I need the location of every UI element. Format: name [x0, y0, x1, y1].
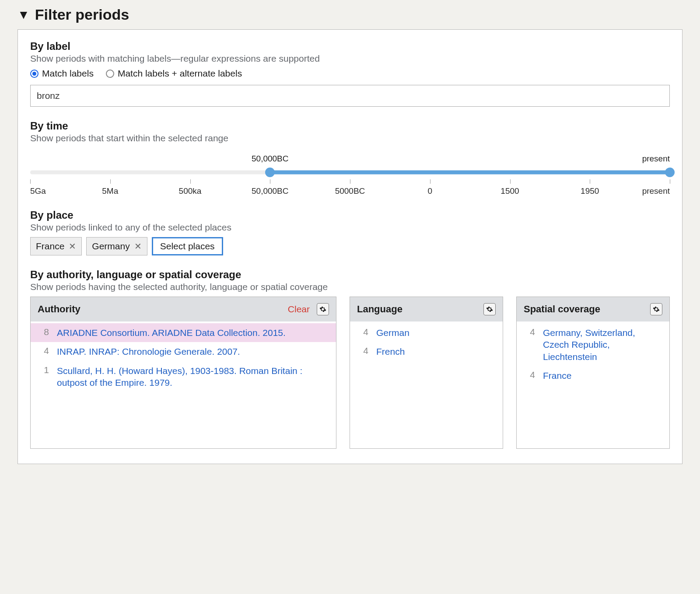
slider-start-label: 50,000BC [252, 154, 289, 164]
slider-track-active [270, 171, 670, 175]
facet-row-label: Germany, Switzerland, Czech Republic, Li… [543, 327, 662, 363]
facet-authority: Authority Clear 8ARIADNE Consortium. ARI… [30, 297, 336, 449]
radio-match-labels[interactable]: Match labels [30, 68, 94, 79]
section-by-facet: By authority, language or spatial covera… [30, 269, 670, 449]
facet-row-label: INRAP. INRAP: Chronologie Generale. 2007… [57, 346, 328, 357]
slider-tick [190, 179, 191, 184]
facet-spatial: Spatial coverage 4Germany, Switzerland, … [516, 297, 670, 449]
facet-row-count: 1 [38, 365, 49, 375]
facet-language-title: Language [357, 304, 479, 315]
by-place-desc: Show periods linked to any of the select… [30, 222, 670, 233]
select-places-button[interactable]: Select places [152, 237, 223, 255]
slider-handle-start[interactable] [265, 168, 275, 177]
label-search-input[interactable] [30, 85, 670, 107]
time-range-slider[interactable]: 50,000BC present 5Ga5Ma500ka50,000BC5000… [30, 154, 670, 196]
page-title: Filter periods [35, 6, 129, 23]
filter-panel: By label Show periods with matching labe… [18, 29, 682, 464]
facet-row-label: ARIADNE Consortium. ARIADNE Data Collect… [57, 327, 328, 339]
slider-tick [30, 179, 31, 184]
radio-match-alt[interactable]: Match labels + alternate labels [106, 68, 242, 79]
radio-match-labels-label: Match labels [42, 68, 94, 79]
facet-authority-clear[interactable]: Clear [288, 304, 310, 314]
facet-row-count: 4 [525, 370, 535, 380]
by-time-title: By time [30, 120, 670, 132]
facet-row[interactable]: 4INRAP. INRAP: Chronologie Generale. 200… [31, 342, 336, 361]
close-icon[interactable]: ✕ [134, 241, 142, 252]
by-place-title: By place [30, 209, 670, 221]
facet-language: Language 4German4French [350, 297, 503, 449]
facet-row-count: 4 [358, 346, 368, 356]
facet-authority-header: Authority Clear [31, 297, 336, 321]
slider-tick-label: 500ka [179, 186, 202, 196]
facet-spatial-header: Spatial coverage [517, 297, 669, 321]
slider-handle-end[interactable] [665, 168, 675, 177]
place-chip-label: Germany [92, 241, 130, 252]
facet-row-label: France [543, 370, 662, 381]
facet-row-label: German [376, 327, 495, 339]
by-facet-title: By authority, language or spatial covera… [30, 269, 670, 281]
panel-toggle[interactable]: ▼ Filter periods [18, 6, 682, 23]
gear-icon[interactable] [483, 303, 496, 315]
radio-match-alt-label: Match labels + alternate labels [118, 68, 242, 79]
facet-row[interactable]: 1Scullard, H. H. (Howard Hayes), 1903-19… [31, 361, 336, 392]
gear-icon[interactable] [317, 303, 329, 315]
slider-tick-label: 5000BC [335, 186, 365, 196]
close-icon[interactable]: ✕ [69, 241, 76, 252]
slider-tick [350, 179, 350, 184]
facet-row-count: 4 [38, 346, 49, 356]
slider-tick-label: 5Ma [102, 186, 118, 196]
facet-row-count: 4 [525, 327, 535, 337]
facet-row[interactable]: 4French [350, 342, 503, 361]
place-chip[interactable]: Germany✕ [86, 237, 147, 255]
section-by-place: By place Show periods linked to any of t… [30, 209, 670, 255]
slider-tick [110, 179, 111, 184]
facet-authority-title: Authority [38, 304, 284, 315]
facet-row-count: 4 [358, 327, 368, 337]
facet-spatial-title: Spatial coverage [524, 304, 646, 315]
by-facet-desc: Show periods having the selected authori… [30, 282, 670, 292]
section-by-label: By label Show periods with matching labe… [30, 40, 670, 107]
slider-tick [430, 179, 430, 184]
chevron-down-icon: ▼ [18, 9, 30, 21]
by-time-desc: Show periods that start within the selec… [30, 133, 670, 143]
slider-tick-label: 1500 [500, 186, 519, 196]
radio-icon [30, 70, 38, 78]
slider-tick [590, 179, 590, 184]
by-label-title: By label [30, 40, 670, 52]
facet-row[interactable]: 8ARIADNE Consortium. ARIADNE Data Collec… [31, 323, 336, 342]
slider-tick-label: 0 [427, 186, 432, 196]
section-by-time: By time Show periods that start within t… [30, 120, 670, 196]
radio-icon [106, 70, 114, 78]
facet-row[interactable]: 4German [350, 323, 503, 342]
slider-tick-label: 50,000BC [252, 186, 289, 196]
slider-tick-label: 1950 [581, 186, 599, 196]
facet-language-header: Language [350, 297, 503, 321]
slider-tick-label: present [642, 186, 670, 196]
by-label-desc: Show periods with matching labels—regula… [30, 53, 670, 64]
place-chip-label: France [36, 241, 64, 252]
facet-row-label: French [376, 346, 495, 357]
gear-icon[interactable] [650, 303, 662, 315]
slider-tick-label: 5Ga [30, 186, 46, 196]
slider-tick [270, 179, 270, 184]
facet-row[interactable]: 4France [517, 366, 669, 385]
slider-tick [510, 179, 511, 184]
place-chip[interactable]: France✕ [30, 237, 82, 255]
facet-row[interactable]: 4Germany, Switzerland, Czech Republic, L… [517, 323, 669, 366]
slider-tick [670, 179, 670, 184]
facet-row-count: 8 [38, 327, 49, 337]
slider-end-label: present [642, 154, 670, 164]
facet-row-label: Scullard, H. H. (Howard Hayes), 1903-198… [57, 365, 328, 389]
